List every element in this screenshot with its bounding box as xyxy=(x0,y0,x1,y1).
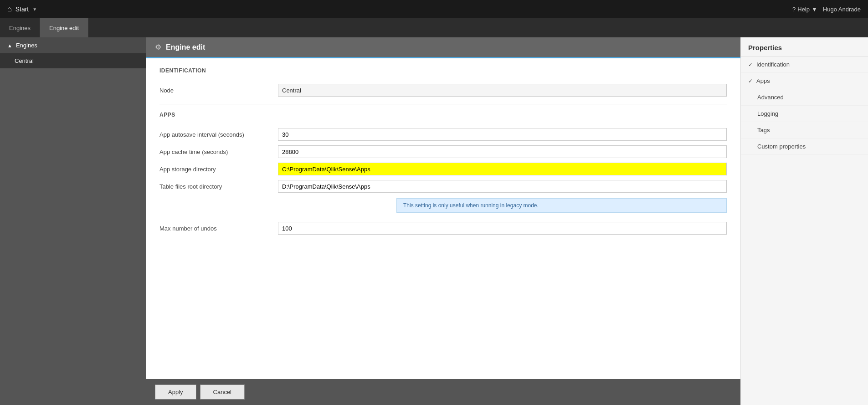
table-files-label: Table files root directory xyxy=(159,183,278,190)
question-icon: ? xyxy=(792,6,796,13)
prop-tags-label: Tags xyxy=(757,127,770,133)
prop-apps-label: Apps xyxy=(756,77,770,84)
gear-icon: ⚙ xyxy=(155,43,161,51)
breadcrumb-engines[interactable]: Engines xyxy=(0,18,40,37)
footer-bar: Apply Cancel xyxy=(146,379,740,405)
prop-apps[interactable]: ✓ Apps xyxy=(741,73,868,89)
sidebar-section-label: Engines xyxy=(16,42,37,49)
info-box: This setting is only useful when running… xyxy=(396,198,727,213)
properties-panel: Properties ✓ Identification ✓ Apps Advan… xyxy=(740,37,868,405)
app-storage-row: App storage directory xyxy=(159,163,727,175)
max-undos-input[interactable] xyxy=(278,222,727,235)
properties-title: Properties xyxy=(741,37,868,56)
form-wrapper: IDENTIFICATION Node APPS App autosave in… xyxy=(146,58,740,379)
top-nav: ⌂ Start ▼ ? Help ▼ Hugo Andrade xyxy=(0,0,868,18)
user-label: Hugo Andrade xyxy=(823,6,861,13)
prop-custom-properties-label: Custom properties xyxy=(757,143,806,150)
apps-heading: APPS xyxy=(159,112,727,122)
breadcrumb-engine-edit[interactable]: Engine edit xyxy=(40,18,88,37)
check-icon-identification: ✓ xyxy=(748,62,753,68)
sidebar-engines-header[interactable]: ▲ Engines xyxy=(0,37,146,53)
breadcrumb-bar: Engines Engine edit xyxy=(0,18,868,37)
autosave-label: App autosave interval (seconds) xyxy=(159,131,278,138)
prop-advanced[interactable]: Advanced xyxy=(741,89,868,106)
autosave-input[interactable] xyxy=(278,128,727,141)
sidebar-item-central[interactable]: Central xyxy=(0,53,146,68)
page-title: Engine edit xyxy=(166,43,205,51)
prop-logging-label: Logging xyxy=(757,110,778,117)
cache-time-label: App cache time (seconds) xyxy=(159,149,278,155)
home-icon: ⌂ xyxy=(7,5,12,13)
main-layout: ▲ Engines Central ⚙ Engine edit IDENTIFI… xyxy=(0,37,868,405)
autosave-row: App autosave interval (seconds) xyxy=(159,128,727,141)
table-files-row: Table files root directory xyxy=(159,180,727,193)
prop-identification[interactable]: ✓ Identification xyxy=(741,56,868,73)
node-row: Node xyxy=(159,84,727,97)
max-undos-row: Max number of undos xyxy=(159,222,727,235)
app-storage-label: App storage directory xyxy=(159,166,278,173)
info-row: This setting is only useful when running… xyxy=(159,197,727,217)
section-divider-1 xyxy=(159,104,727,104)
cache-time-input[interactable] xyxy=(278,145,727,158)
start-dropdown-icon[interactable]: ▼ xyxy=(32,7,37,12)
prop-identification-label: Identification xyxy=(756,61,790,68)
prop-custom-properties[interactable]: Custom properties xyxy=(741,138,868,155)
help-link[interactable]: ? Help ▼ xyxy=(792,6,817,13)
identification-heading: IDENTIFICATION xyxy=(159,67,727,77)
max-undos-label: Max number of undos xyxy=(159,225,278,232)
help-label[interactable]: Help xyxy=(797,6,810,13)
node-input[interactable] xyxy=(278,84,727,97)
content-header: ⚙ Engine edit xyxy=(146,37,740,58)
apply-button[interactable]: Apply xyxy=(155,384,196,400)
start-label[interactable]: Start xyxy=(15,5,29,13)
chevron-up-icon: ▲ xyxy=(7,43,12,48)
check-icon-apps: ✓ xyxy=(748,78,753,84)
help-dropdown-icon[interactable]: ▼ xyxy=(812,6,817,13)
app-storage-input[interactable] xyxy=(278,163,727,175)
top-nav-right: ? Help ▼ Hugo Andrade xyxy=(792,6,861,13)
user-section[interactable]: Hugo Andrade xyxy=(823,6,861,13)
cancel-button[interactable]: Cancel xyxy=(200,384,245,400)
content-area: ⚙ Engine edit IDENTIFICATION Node APPS A… xyxy=(146,37,740,405)
prop-tags[interactable]: Tags xyxy=(741,122,868,138)
prop-advanced-label: Advanced xyxy=(757,94,784,101)
cache-time-row: App cache time (seconds) xyxy=(159,145,727,158)
sidebar: ▲ Engines Central xyxy=(0,37,146,405)
top-nav-left: ⌂ Start ▼ xyxy=(7,5,37,13)
node-label: Node xyxy=(159,87,278,94)
table-files-input[interactable] xyxy=(278,180,727,193)
prop-logging[interactable]: Logging xyxy=(741,106,868,122)
